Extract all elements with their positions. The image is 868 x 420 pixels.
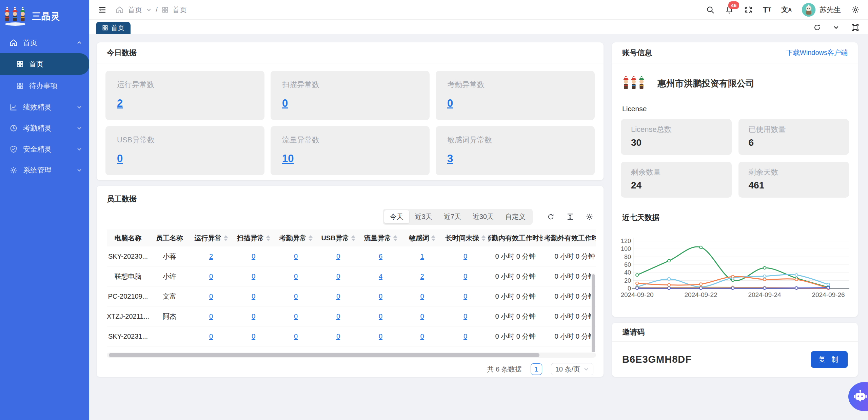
cell-count-link[interactable]: 0 [209, 293, 213, 300]
search-icon[interactable] [706, 5, 715, 14]
cell-count-link[interactable]: 0 [252, 273, 255, 280]
page-button-1[interactable]: 1 [531, 363, 542, 375]
maximize-icon[interactable] [851, 23, 859, 32]
cell-count-link[interactable]: 0 [463, 313, 467, 320]
download-windows-client-link[interactable]: 下载Windows客户端 [786, 48, 848, 57]
cell-count-link[interactable]: 2 [420, 273, 424, 280]
filter-today[interactable]: 今天 [384, 210, 409, 223]
cell-count-link[interactable]: 1 [420, 253, 424, 260]
cell-count-link[interactable]: 0 [252, 313, 255, 320]
cell-count-link[interactable]: 0 [294, 313, 298, 320]
filter-7days[interactable]: 近7天 [438, 210, 467, 223]
sidebar-item-performance[interactable]: 绩效精灵 [0, 97, 89, 118]
stat-value-link[interactable]: 3 [447, 153, 453, 165]
cell-count-link[interactable]: 0 [209, 313, 213, 320]
cell-count-link[interactable]: 6 [379, 253, 382, 260]
sort-icon[interactable] [351, 235, 355, 241]
sidebar-subitem-todo[interactable]: 待办事项 [0, 75, 89, 97]
svg-text:2024-09-26: 2024-09-26 [812, 291, 845, 298]
col-attendance-anomaly[interactable]: 考勤异常 [275, 234, 317, 243]
cell-count-link[interactable]: 0 [336, 273, 340, 280]
sort-icon[interactable] [393, 235, 397, 241]
sort-icon[interactable] [224, 235, 228, 241]
sidebar-item-home[interactable]: 首页 [0, 32, 89, 53]
col-long-idle[interactable]: 长时间未操 [442, 234, 488, 243]
cell-count-link[interactable]: 0 [379, 293, 382, 300]
stat-label: 考勤异常数 [447, 80, 583, 90]
assistant-chat-button[interactable] [848, 382, 868, 411]
refresh-icon[interactable] [813, 23, 821, 32]
stat-value-link[interactable]: 10 [282, 153, 294, 165]
cell-count-link[interactable]: 2 [209, 253, 213, 260]
row-height-icon[interactable] [566, 213, 574, 221]
vertical-scrollbar[interactable] [591, 273, 595, 352]
cell-count-link[interactable]: 0 [463, 333, 467, 340]
collapse-menu-icon[interactable] [98, 5, 107, 14]
cell-count-link[interactable]: 0 [209, 273, 213, 280]
page-size-select[interactable]: 10 条/页 [551, 363, 593, 375]
col-run-anomaly[interactable]: 运行异常 [190, 234, 232, 243]
cell-count-link[interactable]: 0 [252, 293, 255, 300]
avatar[interactable] [802, 3, 815, 17]
filter-30days[interactable]: 近30天 [467, 210, 499, 223]
cell-count-link[interactable]: 0 [294, 273, 298, 280]
cell-count-link[interactable]: 0 [379, 313, 382, 320]
col-employee-name[interactable]: 员工名称 [149, 234, 190, 243]
col-computer-name[interactable]: 电脑名称 [107, 234, 149, 243]
settings-gear-icon[interactable] [851, 5, 860, 14]
cell-count-link[interactable]: 0 [420, 313, 424, 320]
chevron-down-icon[interactable] [146, 7, 152, 13]
cell-count-link[interactable]: 0 [420, 333, 424, 340]
cell-count-link[interactable]: 0 [463, 273, 467, 280]
total-count: 共 6 条数据 [487, 365, 521, 374]
column-settings-gear-icon[interactable] [586, 213, 593, 221]
cell-count-link[interactable]: 0 [336, 313, 340, 320]
cell-count-link[interactable]: 0 [420, 293, 424, 300]
cell-count-link[interactable]: 0 [209, 333, 213, 340]
stat-value-link[interactable]: 2 [117, 97, 123, 109]
sidebar-subitem-home[interactable]: 首页 [0, 53, 89, 75]
sidebar-item-attendance[interactable]: 考勤精灵 [0, 118, 89, 139]
col-traffic-anomaly[interactable]: 流量异常 [359, 234, 402, 243]
cell-count-link[interactable]: 0 [294, 333, 298, 340]
stat-value-link[interactable]: 0 [282, 97, 288, 109]
fullscreen-icon[interactable] [744, 5, 753, 14]
filter-3days[interactable]: 近3天 [409, 210, 438, 223]
cell-count-link[interactable]: 0 [294, 253, 298, 260]
cell-count-link[interactable]: 0 [336, 333, 340, 340]
filter-custom[interactable]: 自定义 [499, 210, 531, 223]
chevron-down-icon[interactable] [833, 24, 840, 31]
cell-count-link[interactable]: 0 [252, 333, 255, 340]
sidebar-item-security[interactable]: 安全精灵 [0, 139, 89, 160]
home-icon[interactable] [116, 6, 124, 14]
cell-count-link[interactable]: 0 [294, 293, 298, 300]
cell-count-link[interactable]: 0 [463, 253, 467, 260]
cell-count-link[interactable]: 4 [379, 273, 382, 280]
language-icon[interactable]: 文A [781, 5, 792, 14]
scrollbar-thumb[interactable] [109, 353, 539, 357]
col-sensitive-word[interactable]: 敏感词 [402, 234, 442, 243]
cell-count-link[interactable]: 0 [336, 253, 340, 260]
cell-count-link[interactable]: 0 [379, 333, 382, 340]
notification-bell-icon[interactable]: 46 [725, 5, 734, 14]
sort-icon[interactable] [309, 235, 313, 241]
cell-count-link[interactable]: 0 [252, 253, 255, 260]
tab-home[interactable]: 首页 [96, 22, 131, 34]
col-scan-anomaly[interactable]: 扫描异常 [232, 234, 275, 243]
col-usb-anomaly[interactable]: USB异常 [317, 234, 359, 243]
font-size-icon[interactable]: TT [763, 5, 771, 15]
cell-count-link[interactable]: 0 [463, 293, 467, 300]
cell-count-link[interactable]: 0 [336, 293, 340, 300]
sort-icon[interactable] [431, 235, 435, 241]
stat-value-link[interactable]: 0 [117, 153, 123, 165]
sort-icon[interactable] [266, 235, 270, 241]
horizontal-scrollbar[interactable] [107, 353, 596, 358]
sidebar-item-system[interactable]: 系统管理 [0, 160, 89, 181]
card-title: 今日数据 [107, 48, 137, 58]
sort-icon[interactable] [481, 235, 486, 241]
breadcrumb-root[interactable]: 首页 [128, 5, 142, 15]
user-name[interactable]: 苏先生 [820, 5, 841, 15]
stat-value-link[interactable]: 0 [447, 97, 453, 109]
refresh-icon[interactable] [547, 213, 555, 221]
copy-button[interactable]: 复 制 [811, 351, 848, 368]
